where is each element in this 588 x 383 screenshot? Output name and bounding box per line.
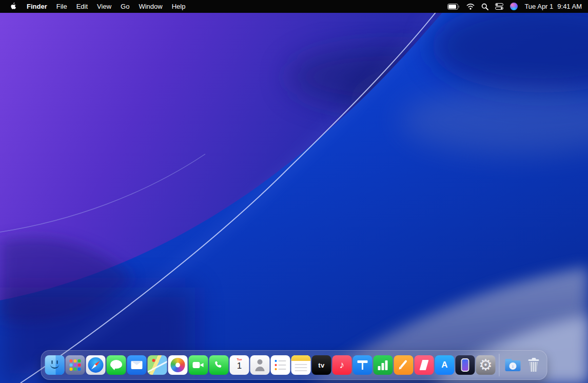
battery-icon[interactable]: [447, 4, 460, 10]
tv-logo-text: tv: [312, 355, 331, 375]
download-arrow-icon: ↓: [509, 362, 517, 370]
dock-phone-icon[interactable]: [209, 355, 229, 375]
menu-bar-date: Tue Apr 1: [524, 3, 553, 10]
dock-news-icon[interactable]: [415, 355, 434, 375]
menu-item-help[interactable]: Help: [167, 3, 190, 10]
menu-item-window[interactable]: Window: [134, 3, 167, 10]
menu-item-edit[interactable]: Edit: [72, 3, 92, 10]
music-note-glyph: ♪: [332, 355, 352, 375]
news-glyph: [420, 360, 429, 370]
dock-numbers-icon[interactable]: [374, 355, 393, 375]
dock: Tue 1 tv ♪ A: [41, 350, 547, 380]
app-store-letter: A: [435, 355, 455, 375]
menu-bar-time: 9:41 AM: [557, 3, 582, 10]
dock-iphone-mirroring-icon[interactable]: [456, 355, 475, 375]
active-app-name[interactable]: Finder: [22, 3, 52, 10]
dock-system-settings-icon[interactable]: ⚙: [476, 355, 496, 375]
siri-icon[interactable]: [510, 3, 518, 10]
dock-trash-icon[interactable]: [524, 355, 543, 375]
dock-music-icon[interactable]: ♪: [332, 355, 352, 375]
dock-app-store-icon[interactable]: A: [435, 355, 455, 375]
numbers-bar-chart: [378, 366, 381, 370]
dock-downloads-folder-icon[interactable]: ↓: [503, 355, 523, 375]
dock-notes-icon[interactable]: [291, 355, 311, 375]
reminders-bullets: [275, 360, 277, 362]
wifi-icon[interactable]: [466, 4, 475, 10]
dock-mail-icon[interactable]: [127, 355, 147, 375]
menu-bar-left: Finder File Edit View Go Window Help: [6, 3, 190, 10]
apple-menu-icon[interactable]: [6, 3, 22, 10]
pages-pen: [400, 360, 407, 368]
calendar-day: 1: [230, 361, 249, 371]
menu-item-go[interactable]: Go: [116, 3, 134, 10]
maps-road: [148, 359, 167, 373]
dock-pages-icon[interactable]: [394, 355, 414, 375]
desktop: Finder File Edit View Go Window Help: [0, 0, 588, 383]
keynote-podium: [358, 360, 368, 363]
menu-bar-clock[interactable]: Tue Apr 1 9:41 AM: [524, 3, 582, 10]
launchpad-grid: [70, 359, 73, 362]
spotlight-icon[interactable]: [481, 3, 488, 10]
mail-envelope: [131, 361, 143, 369]
dock-separator: [499, 354, 500, 376]
dock-finder-icon[interactable]: [45, 355, 65, 375]
iphone-frame: [461, 358, 469, 372]
gear-icon: ⚙: [476, 355, 496, 375]
dock-facetime-icon[interactable]: [189, 355, 208, 375]
dock-photos-icon[interactable]: [168, 355, 188, 375]
menu-item-file[interactable]: File: [52, 3, 72, 10]
trash-body: [530, 362, 538, 372]
phone-handset: [209, 355, 229, 375]
dock-launchpad-icon[interactable]: [66, 355, 85, 375]
finder-face: [50, 360, 60, 369]
dock-messages-icon[interactable]: [107, 355, 126, 375]
dock-calendar-icon[interactable]: Tue 1: [230, 355, 249, 375]
reminders-lines: [279, 360, 286, 361]
facetime-camera: [193, 362, 200, 368]
maps-pin: [152, 359, 155, 362]
messages-bubble: [110, 360, 122, 369]
dock-reminders-icon[interactable]: [271, 355, 290, 375]
trash-lid: [528, 359, 539, 361]
dock-safari-icon[interactable]: [86, 355, 106, 375]
control-center-icon[interactable]: [495, 3, 503, 10]
dock-maps-icon[interactable]: [148, 355, 167, 375]
notes-lines: [295, 364, 307, 365]
wallpaper: [0, 0, 588, 383]
menu-bar-status: Tue Apr 1 9:41 AM: [447, 3, 582, 10]
menu-bar: Finder File Edit View Go Window Help: [0, 0, 588, 13]
dock-tv-icon[interactable]: tv: [312, 355, 331, 375]
dock-keynote-icon[interactable]: [353, 355, 373, 375]
photos-pinwheel: [171, 358, 185, 372]
menu-item-view[interactable]: View: [92, 3, 116, 10]
dock-contacts-icon[interactable]: [250, 355, 270, 375]
